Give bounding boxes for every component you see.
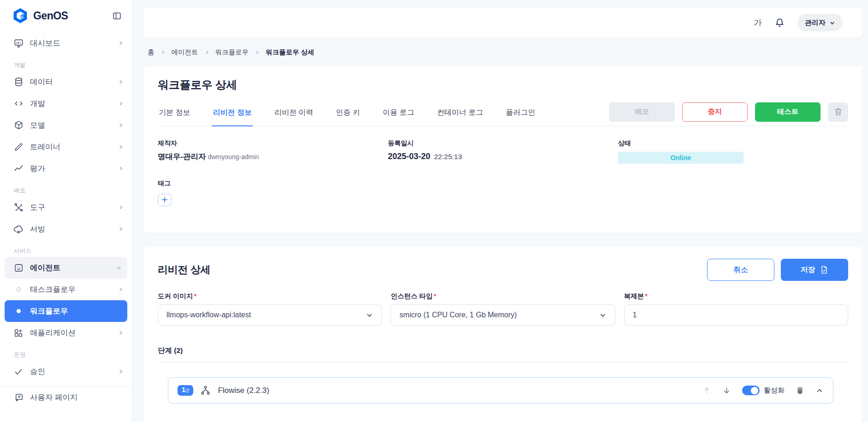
step-controls: 활성화: [702, 386, 824, 395]
sidebar-item-taskflow[interactable]: 태스크플로우: [0, 279, 132, 300]
sidebar-item-trainer[interactable]: 트레이너: [0, 136, 132, 158]
stop-button[interactable]: 중지: [682, 102, 748, 122]
instance-type-value: smicro (1 CPU Core, 1 Gb Memory): [399, 311, 517, 319]
enable-toggle-label: 활성화: [764, 386, 785, 395]
cube-icon: [13, 120, 24, 131]
revision-detail-card: 리비전 상세 취소 저장 도커 이미지* llmops-workflow-api…: [144, 247, 862, 422]
chevron-down-icon: [829, 20, 835, 26]
sidebar-item-user-page[interactable]: 사용자 페이지: [0, 386, 132, 408]
sidebar-item-label: 데이터: [30, 77, 53, 87]
notifications-button[interactable]: [774, 17, 785, 29]
chart-line-icon: [13, 163, 24, 174]
main-content: 가 관리자 홈 에이전트 워크플로우 워크플로우 상세 워크플로우 상세 기본 …: [132, 0, 868, 422]
tab-container-log[interactable]: 컨테이너 로그: [436, 101, 484, 126]
tab-revision-history[interactable]: 리비전 이력: [273, 101, 314, 126]
agent-icon: [13, 262, 24, 273]
trash-icon: [796, 386, 804, 395]
chevron-down-icon: [599, 311, 606, 319]
tags-block: 태그: [158, 179, 848, 206]
save-button[interactable]: 저장: [781, 259, 848, 281]
arrow-up-icon: [702, 386, 711, 395]
chevron-right-icon: [118, 204, 124, 210]
tools-icon: [13, 202, 24, 213]
add-tag-button[interactable]: [158, 194, 172, 206]
chevron-up-icon: [815, 386, 824, 395]
sidebar-item-label: 태스크플로우: [30, 285, 76, 295]
collapse-step-button[interactable]: [815, 386, 824, 395]
move-up-button[interactable]: [702, 386, 711, 395]
sidebar-item-label: 워크플로우: [30, 306, 68, 316]
docker-image-select[interactable]: llmops-workflow-api:latest: [158, 304, 382, 326]
sidebar-item-evaluation[interactable]: 평가: [0, 158, 132, 179]
genos-logo-icon: [12, 7, 29, 24]
replicas-input[interactable]: [624, 304, 848, 326]
breadcrumb-agent[interactable]: 에이전트: [172, 48, 198, 57]
steps-title: 단계 (2): [158, 346, 848, 363]
sidebar-item-workflow[interactable]: 워크플로우: [5, 300, 127, 322]
move-down-button[interactable]: [722, 386, 731, 395]
sidebar-section-operation: 운영: [0, 351, 132, 359]
tab-plugin[interactable]: 플러그인: [505, 101, 536, 126]
breadcrumb-home[interactable]: 홈: [148, 48, 155, 57]
sidebar-item-tools[interactable]: 도구: [0, 196, 132, 218]
creator-block: 제작자 명대우-관리자 dwmyoung-admin: [158, 139, 388, 164]
chevron-right-icon: [118, 369, 124, 374]
creator-label: 제작자: [158, 139, 388, 148]
test-button[interactable]: 테스트: [755, 102, 820, 122]
cloud-serving-icon: [13, 224, 24, 235]
step-delete-button[interactable]: [796, 386, 804, 395]
status-badge: Online: [618, 152, 743, 164]
registered-date: 2025-03-20: [388, 152, 430, 161]
enable-toggle[interactable]: [742, 386, 760, 395]
sidebar-item-dashboard[interactable]: 대시보드: [0, 32, 132, 54]
chevron-right-icon: [118, 166, 124, 172]
brand-logo: GenOS: [12, 7, 68, 24]
code-icon: [13, 98, 24, 109]
chevron-right-icon: [118, 226, 124, 232]
sidebar-item-label: 승인: [30, 367, 45, 377]
docker-image-value: llmops-workflow-api:latest: [166, 311, 251, 319]
font-size-button[interactable]: 가: [754, 17, 762, 28]
replicas-label: 복제본*: [624, 292, 648, 300]
sidebar-item-approval[interactable]: 승인: [0, 361, 132, 382]
creator-username: dwmyoung-admin: [208, 153, 259, 160]
revision-title: 리비전 상세: [158, 263, 210, 277]
status-label: 상태: [618, 139, 848, 148]
page-title: 워크플로우 상세: [158, 77, 848, 92]
sidebar-collapse-button[interactable]: [112, 11, 122, 21]
user-menu-button[interactable]: 관리자: [797, 14, 843, 31]
delete-button[interactable]: [828, 102, 848, 122]
instance-type-select[interactable]: smicro (1 CPU Core, 1 Gb Memory): [391, 304, 615, 326]
sidebar-item-application[interactable]: 애플리케이션: [0, 322, 132, 344]
bell-icon: [774, 17, 785, 29]
cancel-button[interactable]: 취소: [707, 259, 774, 281]
sidebar-item-data[interactable]: 데이터: [0, 71, 132, 93]
circle-outline-icon: [13, 284, 24, 295]
trash-icon: [833, 107, 843, 117]
sidebar-item-serving[interactable]: 서빙: [0, 218, 132, 240]
topbar: 가 관리자: [144, 8, 862, 38]
sidebar-item-develop[interactable]: 개발: [0, 93, 132, 114]
sidebar-item-label: 모델: [30, 120, 45, 131]
meta-row: 제작자 명대우-관리자 dwmyoung-admin 등록일시 2025-03-…: [158, 139, 848, 164]
status-block: 상태 Online: [618, 139, 848, 164]
app-grid-plus-icon: [13, 327, 24, 339]
breadcrumb-workflow[interactable]: 워크플로우: [215, 48, 249, 57]
sidebar-item-agent[interactable]: 에이전트: [5, 257, 127, 279]
revision-header: 리비전 상세 취소 저장: [158, 259, 848, 281]
tab-usage-log[interactable]: 이용 로그: [382, 101, 415, 126]
app-root: GenOS 대시보드 개발 데이터: [0, 0, 868, 422]
chevron-down-icon: [116, 265, 122, 271]
tags-label: 태그: [158, 179, 848, 188]
sidebar-item-model[interactable]: 모델: [0, 114, 132, 136]
tab-revision-info[interactable]: 리비전 정보: [212, 101, 252, 126]
sidebar-section-deploy: 배포: [0, 187, 132, 195]
tab-basic-info[interactable]: 기본 정보: [158, 101, 191, 126]
chevron-right-icon: [118, 144, 124, 150]
chevron-right-icon: [118, 122, 124, 128]
deploy-button[interactable]: 배포: [609, 102, 675, 122]
sidebar: GenOS 대시보드 개발 데이터: [0, 0, 132, 422]
tab-auth-key[interactable]: 인증 키: [335, 101, 361, 126]
chevron-right-icon: [118, 286, 124, 292]
document-check-icon: [820, 265, 829, 274]
